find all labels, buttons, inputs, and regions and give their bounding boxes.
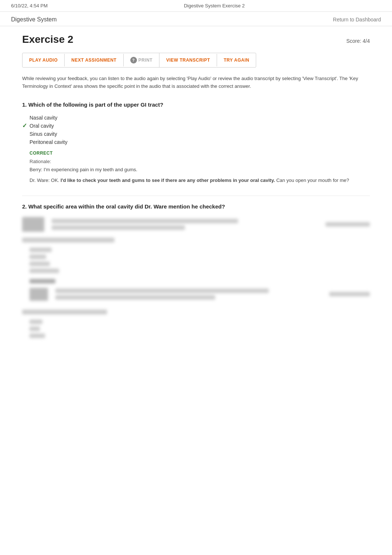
section-divider <box>22 196 370 196</box>
question-2: 2. What specific area within the oral ca… <box>22 203 370 338</box>
correct-label: CORRECT <box>30 151 370 156</box>
answer-option-oral: ✓ Oral cavity <box>22 122 370 130</box>
info-text: While reviewing your feedback, you can l… <box>22 75 370 90</box>
view-transcript-button[interactable]: VIEW TRANSCRIPT <box>159 54 217 66</box>
return-to-dashboard-link[interactable]: Return to Dashboard <box>333 17 381 23</box>
blurred-content <box>22 217 370 338</box>
question-1-title: 1. Which of the following is part of the… <box>22 101 370 108</box>
question-2-title: 2. What specific area within the oral ca… <box>22 203 370 210</box>
question-2-text: What specific area within the oral cavit… <box>28 203 225 210</box>
nasal-cavity-label: Nasal cavity <box>30 115 57 121</box>
main-content: Exercise 2 Score: 4/4 PLAY AUDIO NEXT AS… <box>0 26 392 364</box>
toolbar: PLAY AUDIO NEXT ASSIGNMENT ? PRINT VIEW … <box>22 53 256 68</box>
correct-checkmark: ✓ <box>22 122 27 129</box>
header: Digestive System Return to Dashboard <box>0 12 392 26</box>
question-1: 1. Which of the following is part of the… <box>22 101 370 185</box>
exercise-header: Exercise 2 Score: 4/4 <box>22 34 370 45</box>
rationale-bold: I'd like to check your teeth and gums to… <box>61 177 275 183</box>
rationale-suffix: Can you open your mouth for me? <box>275 177 349 183</box>
print-label: PRINT <box>138 58 153 63</box>
rationale-label: Rationale: <box>30 158 370 166</box>
answer-option-nasal: Nasal cavity <box>22 114 370 122</box>
page-title: Digestive System Exercise 2 <box>184 3 245 8</box>
answer-option-sinus: Sinus cavity <box>22 130 370 138</box>
header-title: Digestive System <box>11 16 57 23</box>
score-display: Score: 4/4 <box>346 38 370 44</box>
sinus-cavity-label: Sinus cavity <box>30 131 57 137</box>
print-button[interactable]: ? PRINT <box>124 53 160 67</box>
next-assignment-button[interactable]: NEXT ASSIGNMENT <box>65 54 123 66</box>
rationale-block: Rationale: Berry: I'm experiencing pain … <box>22 158 370 185</box>
question-1-text: Which of the following is part of the up… <box>28 101 164 108</box>
question-2-number: 2. <box>22 203 27 210</box>
try-again-button[interactable]: TRY AGAIN <box>217 54 256 66</box>
answer-option-peritoneal: Peritoneal cavity <box>22 138 370 146</box>
question-1-number: 1. <box>22 101 27 108</box>
top-bar: 6/10/22, 4:54 PM Digestive System Exerci… <box>0 0 392 12</box>
exercise-title: Exercise 2 <box>22 34 73 45</box>
rationale-line2: Dr. Ware: OK. I'd like to check your tee… <box>30 177 370 185</box>
peritoneal-cavity-label: Peritoneal cavity <box>30 139 68 145</box>
rationale-line1: Berry: I'm experiencing pain in my teeth… <box>30 166 370 174</box>
print-help-icon: ? <box>130 57 137 63</box>
rationale-prefix: Dr. Ware: OK. <box>30 177 61 183</box>
datetime: 6/10/22, 4:54 PM <box>11 3 48 8</box>
play-audio-button[interactable]: PLAY AUDIO <box>23 54 65 66</box>
oral-cavity-label: Oral cavity <box>30 123 54 129</box>
